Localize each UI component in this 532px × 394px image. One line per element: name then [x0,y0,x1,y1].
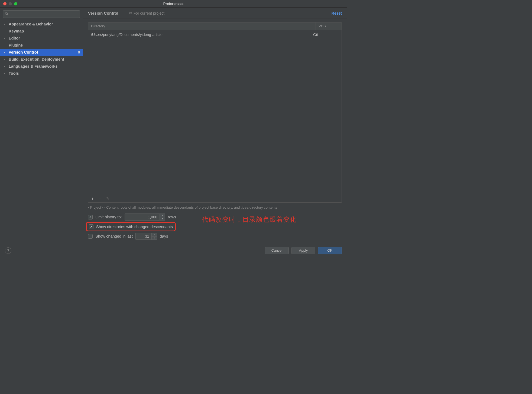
show-changed-checkbox[interactable] [88,234,93,239]
sidebar-item-label: Editor [9,36,20,40]
close-window-button[interactable] [3,2,7,5]
add-button[interactable]: ＋ [90,196,95,201]
stepper-up-icon[interactable]: ▲ [160,214,165,217]
hint-text: <Project> - Content roots of all modules… [83,203,347,211]
chevron-right-icon: › [4,65,9,68]
titlebar: Preferences [0,0,347,8]
maximize-window-button[interactable] [14,2,17,5]
limit-history-label: Limit history to: [95,215,122,219]
stepper-up-icon[interactable]: ▲ [152,233,157,237]
svg-line-1 [7,14,8,15]
show-changed-stepper[interactable]: ▲▼ [135,233,157,240]
sidebar-item-label: Languages & Frameworks [9,64,58,68]
limit-history-suffix: rows [168,215,176,219]
sidebar-item-appearance[interactable]: ›Appearance & Behavior [0,21,83,28]
sidebar-item-keymap[interactable]: Keymap [0,28,83,35]
show-dirs-label: Show directories with changed descendant… [96,225,173,229]
search-icon [5,12,8,16]
sidebar-item-label: Tools [9,71,19,75]
search-input[interactable] [3,10,80,18]
sidebar-item-build[interactable]: ›Build, Execution, Deployment [0,56,83,63]
show-changed-label: Show changed in last [95,234,133,238]
sidebar: ›Appearance & Behavior Keymap ›Editor Pl… [0,8,83,244]
sidebar-item-label: Version Control [9,50,38,54]
chevron-right-icon: › [4,51,9,54]
sidebar-item-label: Build, Execution, Deployment [9,57,64,61]
sidebar-item-label: Appearance & Behavior [9,22,53,26]
sidebar-item-version-control[interactable]: ›Version Control⧉ [0,49,83,56]
column-header-directory[interactable]: Directory [88,22,316,30]
show-changed-suffix: days [160,234,168,238]
copy-icon: ⧉ [78,50,80,54]
reset-link[interactable]: Reset [332,11,342,15]
sidebar-item-plugins[interactable]: Plugins [0,42,83,49]
limit-history-field[interactable] [125,214,160,221]
stepper-down-icon[interactable]: ▼ [152,237,157,240]
svg-point-0 [5,12,8,15]
copy-icon: ⧉ [129,11,132,15]
sidebar-item-label: Keymap [9,29,24,33]
page-title: Version Control [88,11,118,15]
ok-button[interactable]: OK [318,247,342,254]
edit-button[interactable]: ✎ [106,196,110,201]
window-title: Preferences [163,2,183,6]
sidebar-item-label: Plugins [9,43,23,47]
table-toolbar: ＋ － ✎ [88,195,342,202]
sidebar-item-tools[interactable]: ›Tools [0,70,83,77]
table-row[interactable]: /Users/ponytang/Documents/yideng-article… [88,30,342,39]
show-dirs-checkbox[interactable]: ✓ [89,224,93,229]
limit-history-checkbox[interactable]: ✓ [88,215,93,219]
sidebar-item-languages[interactable]: ›Languages & Frameworks [0,63,83,70]
column-header-vcs[interactable]: VCS [316,22,342,30]
content-pane: Version Control ⧉ For current project Re… [83,8,347,244]
chevron-right-icon: › [4,22,9,26]
limit-history-stepper[interactable]: ▲▼ [125,214,165,221]
show-changed-option: Show changed in last ▲▼ days [88,231,342,241]
scope-label: ⧉ For current project [129,11,164,15]
show-dirs-option: ✓ Show directories with changed descenda… [86,222,176,231]
chevron-right-icon: › [4,72,9,75]
table-header: Directory VCS [88,22,342,30]
sidebar-item-editor[interactable]: ›Editor [0,35,83,42]
settings-tree: ›Appearance & Behavior Keymap ›Editor Pl… [0,19,83,78]
stepper-down-icon[interactable]: ▼ [160,217,165,221]
help-button[interactable]: ? [5,247,11,254]
window-controls [0,2,17,5]
cancel-button[interactable]: Cancel [265,247,289,254]
minimize-window-button[interactable] [9,2,12,5]
remove-button[interactable]: － [98,196,102,201]
cell-directory: /Users/ponytang/Documents/yideng-article [91,32,313,37]
vcs-mappings-table: Directory VCS /Users/ponytang/Documents/… [88,22,342,203]
chevron-right-icon: › [4,37,9,40]
content-header: Version Control ⧉ For current project Re… [83,8,347,18]
cell-vcs: Git [313,32,339,37]
footer: ? Cancel Apply OK [0,244,347,257]
annotation-text: 代码改变时，目录颜色跟着变化 [202,215,297,224]
chevron-right-icon: › [4,58,9,61]
apply-button[interactable]: Apply [291,247,315,254]
table-body: /Users/ponytang/Documents/yideng-article… [88,30,342,195]
show-changed-field[interactable] [135,233,152,240]
